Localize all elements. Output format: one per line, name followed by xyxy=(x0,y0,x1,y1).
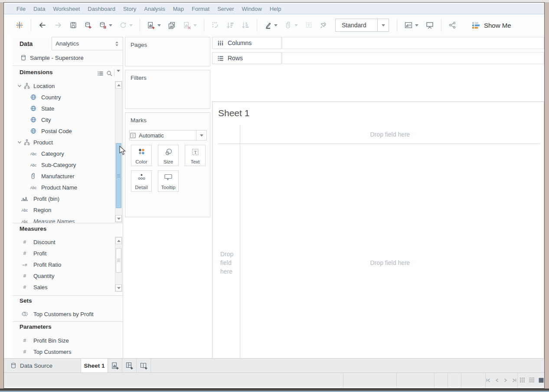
field-product-name[interactable]: AbcProduct Name xyxy=(13,182,113,193)
grid-tile-icon[interactable] xyxy=(519,377,526,383)
scrollbar-thumb[interactable] xyxy=(116,248,121,273)
new-story-button[interactable] xyxy=(137,359,151,373)
new-worksheet-button[interactable] xyxy=(144,18,164,32)
field-discount[interactable]: #Discount xyxy=(13,236,113,248)
pin-button xyxy=(316,18,331,32)
highlight-button[interactable] xyxy=(261,18,281,32)
drop-zone-rows[interactable]: Drop field here xyxy=(218,144,240,382)
menu-story[interactable]: Story xyxy=(119,6,140,12)
search-icon[interactable] xyxy=(106,70,113,77)
scroll-down-arrow[interactable] xyxy=(115,215,122,222)
sheet-tab-sheet1[interactable]: Sheet 1 xyxy=(81,359,108,373)
grid-dense-icon[interactable] xyxy=(529,377,535,383)
new-worksheet-button[interactable] xyxy=(108,359,122,373)
data-source-connection[interactable]: Sample - Superstore xyxy=(13,50,123,66)
field-top-customers[interactable]: #Top Customers xyxy=(13,346,113,357)
show-me-button[interactable]: Show Me xyxy=(467,22,516,29)
mark-type-dropdown[interactable]: T Automatic xyxy=(129,130,207,140)
svg-text:Abc: Abc xyxy=(22,208,28,212)
pages-card[interactable]: Pages xyxy=(125,37,210,66)
duplicate-sheet-button[interactable] xyxy=(164,18,180,32)
nav-next-icon[interactable] xyxy=(503,378,508,383)
tableau-logo-button[interactable] xyxy=(12,18,27,32)
square-filled-icon[interactable] xyxy=(538,377,544,383)
menu-map[interactable]: Map xyxy=(169,6,188,12)
menu-analysis[interactable]: Analysis xyxy=(140,6,169,12)
presentation-mode-button[interactable] xyxy=(422,18,438,32)
text-mark-button[interactable]: TText xyxy=(185,145,206,166)
field-quantity[interactable]: #Quantity xyxy=(13,270,113,281)
new-dashboard-button[interactable] xyxy=(122,359,137,373)
swap-icon xyxy=(211,21,219,29)
field-state[interactable]: State xyxy=(13,103,113,114)
nav-prev-icon[interactable] xyxy=(494,378,500,383)
field-profit-ratio[interactable]: =#Profit Ratio xyxy=(13,259,113,270)
menu-format[interactable]: Format xyxy=(188,6,213,12)
detail-mark-button[interactable]: Detail xyxy=(131,170,152,192)
chevron-down-icon[interactable] xyxy=(17,140,22,145)
view-mode-select[interactable]: Standard xyxy=(335,19,389,32)
field-measure-names[interactable]: AbcMeasure Names xyxy=(13,216,113,223)
field-profit-bin-size[interactable]: #Profit Bin Size xyxy=(13,335,113,346)
field-sub-category[interactable]: AbcSub-Category xyxy=(13,159,113,170)
filters-card[interactable]: Filters xyxy=(125,70,210,109)
drop-field-text: Drop field here xyxy=(220,250,237,276)
field-city[interactable]: City xyxy=(13,114,113,125)
field-product[interactable]: Product xyxy=(13,137,113,148)
nav-first-icon[interactable] xyxy=(486,378,491,383)
field-country[interactable]: Country xyxy=(13,91,113,103)
drop-zone-columns[interactable]: Drop field here xyxy=(240,125,540,144)
menu-dashboard[interactable]: Dashboard xyxy=(84,6,119,12)
scroll-up-arrow[interactable] xyxy=(115,237,122,244)
drop-zone-body[interactable]: Drop field here xyxy=(240,144,540,382)
menu-server[interactable]: Server xyxy=(213,6,238,12)
field-category[interactable]: AbcCategory xyxy=(13,148,113,159)
tab-data[interactable]: Data xyxy=(20,37,33,50)
menu-file[interactable]: File xyxy=(13,6,29,12)
hash-icon: # xyxy=(19,250,30,257)
save-button[interactable] xyxy=(66,18,81,32)
size-mark-button[interactable]: Size xyxy=(158,145,179,166)
tooltip-mark-button[interactable]: Tooltip xyxy=(158,170,179,192)
scroll-down-arrow[interactable] xyxy=(115,284,122,291)
field-location[interactable]: Location xyxy=(13,80,113,91)
view-mode-icons xyxy=(519,373,544,387)
scrollbar-thumb[interactable] xyxy=(116,143,121,208)
sort-ascending-button xyxy=(223,18,238,32)
data-source-tab[interactable]: Data Source xyxy=(4,359,81,373)
mark-type-caret-icon[interactable] xyxy=(196,131,206,140)
menu-help[interactable]: Help xyxy=(266,6,285,12)
rows-shelf[interactable] xyxy=(282,52,544,64)
columns-shelf[interactable] xyxy=(282,37,544,49)
field-top-customers-by-profit[interactable]: Top Customers by Profit xyxy=(13,308,113,320)
add-data-button[interactable] xyxy=(81,18,95,32)
field-profit-bin-[interactable]: Profit (bin) xyxy=(13,193,113,204)
share-button[interactable] xyxy=(445,18,460,32)
hash-icon: # xyxy=(19,284,30,291)
measures-scrollbar[interactable] xyxy=(115,237,122,292)
dimensions-menu-caret-icon[interactable] xyxy=(117,72,120,80)
nav-last-icon[interactable] xyxy=(512,378,517,383)
field-postal-code[interactable]: Postal Code xyxy=(13,125,113,137)
tab-analytics[interactable]: Analytics xyxy=(52,37,123,50)
menu-window[interactable]: Window xyxy=(238,6,265,12)
swap-button xyxy=(208,18,223,32)
field-region[interactable]: AbcRegion xyxy=(13,204,113,216)
pause-updates-button[interactable] xyxy=(95,18,116,32)
color-mark-button[interactable]: Color xyxy=(131,145,152,166)
view-mode-caret-icon[interactable] xyxy=(377,19,389,31)
list-view-icon[interactable] xyxy=(97,70,104,77)
chevron-down-icon[interactable] xyxy=(17,83,22,88)
hash-icon: # xyxy=(19,272,30,279)
field-profit[interactable]: #Profit xyxy=(13,248,113,259)
sheet-canvas: Sheet 1 Drop field here Drop field here … xyxy=(212,101,544,383)
dimensions-list: LocationCountryStateCityPostal CodeProdu… xyxy=(13,80,123,223)
menu-worksheet[interactable]: Worksheet xyxy=(49,6,84,12)
menu-data[interactable]: Data xyxy=(29,6,49,12)
dimensions-scrollbar[interactable] xyxy=(115,81,122,222)
field-sales[interactable]: #Sales xyxy=(13,281,113,293)
back-arrow-button[interactable] xyxy=(35,18,50,32)
field-manufacturer[interactable]: Manufacturer xyxy=(13,170,113,182)
show-mark-labels-button[interactable] xyxy=(401,18,422,32)
scroll-up-arrow[interactable] xyxy=(115,82,122,88)
